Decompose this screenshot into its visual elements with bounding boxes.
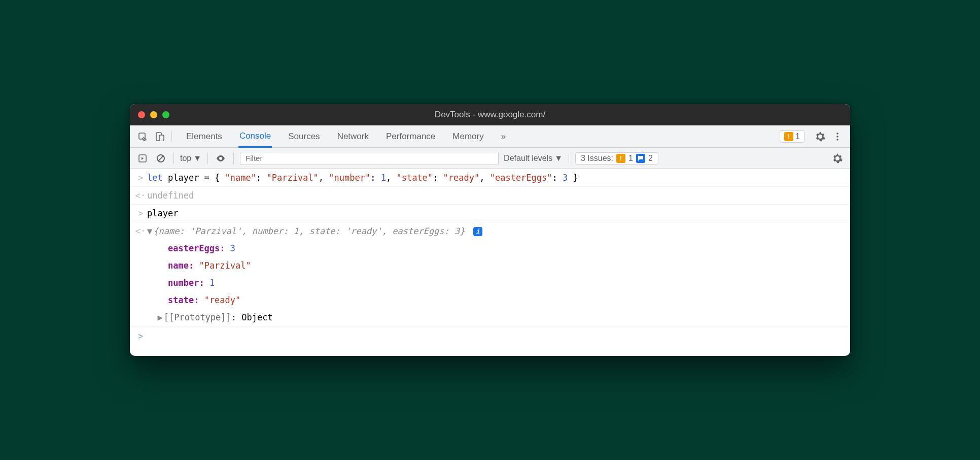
filter-input[interactable]	[240, 152, 499, 165]
message-icon	[636, 154, 645, 163]
issues-button[interactable]: 3 Issues: ! 1 2	[575, 152, 658, 165]
console-input-row[interactable]: > player	[130, 205, 850, 222]
chevron-down-icon: ▼	[554, 154, 563, 163]
svg-point-5	[836, 139, 838, 141]
console-settings-icon[interactable]	[831, 152, 844, 165]
output-icon: <·	[134, 188, 147, 203]
warnings-badge[interactable]: ! 1	[780, 130, 804, 143]
svg-point-3	[836, 133, 838, 135]
object-property-row[interactable]: state: "ready"	[130, 291, 850, 309]
tab-sources[interactable]: Sources	[287, 125, 321, 148]
separator	[569, 153, 569, 164]
more-tabs-icon[interactable]: »	[500, 125, 507, 148]
warning-icon: !	[616, 154, 625, 163]
svg-rect-2	[159, 135, 164, 141]
object-property-row[interactable]: number: 1	[130, 274, 850, 291]
tab-elements[interactable]: Elements	[185, 125, 223, 148]
console-toolbar: top ▼ Default levels ▼ 3 Issues: ! 1 2	[130, 148, 850, 169]
console-code: player	[147, 206, 846, 221]
levels-label: Default levels	[504, 154, 552, 163]
clear-console-icon[interactable]	[154, 152, 167, 165]
kebab-icon[interactable]	[831, 130, 844, 143]
console-value: undefined	[147, 188, 846, 203]
object-property-row[interactable]: name: "Parzival"	[130, 257, 850, 274]
console-output: > let player = { "name": "Parzival", "nu…	[130, 169, 850, 356]
object-property-row[interactable]: easterEggs: 3	[130, 240, 850, 257]
svg-point-4	[836, 136, 838, 138]
devtools-window: DevTools - www.google.com/ Elements Cons…	[130, 104, 850, 356]
object-summary[interactable]: ▼{name: 'Parzival', number: 1, state: 'r…	[147, 223, 846, 239]
titlebar: DevTools - www.google.com/	[130, 104, 850, 125]
separator	[173, 153, 174, 164]
separator	[207, 153, 208, 164]
window-title: DevTools - www.google.com/	[435, 110, 545, 120]
tab-console[interactable]: Console	[238, 125, 272, 148]
log-levels-selector[interactable]: Default levels ▼	[504, 154, 563, 163]
minimize-icon[interactable]	[150, 111, 157, 118]
input-prompt-icon: >	[134, 170, 147, 185]
console-code: let player = { "name": "Parzival", "numb…	[147, 170, 846, 185]
settings-icon[interactable]	[814, 130, 827, 143]
output-icon: <·	[134, 223, 147, 239]
issues-warn-count: 1	[628, 154, 633, 163]
live-expression-icon[interactable]	[214, 152, 227, 165]
close-icon[interactable]	[138, 111, 145, 118]
console-input-row[interactable]: > let player = { "name": "Parzival", "nu…	[130, 169, 850, 187]
tab-memory[interactable]: Memory	[451, 125, 484, 148]
context-selector[interactable]: top ▼	[180, 154, 201, 163]
warning-icon: !	[784, 132, 793, 141]
issues-msg-count: 2	[648, 154, 653, 163]
tab-performance[interactable]: Performance	[385, 125, 436, 148]
zoom-icon[interactable]	[162, 111, 169, 118]
chevron-down-icon: ▼	[193, 154, 201, 163]
triangle-down-icon[interactable]: ▼	[147, 223, 152, 239]
devtools-tabstrip: Elements Console Sources Network Perform…	[130, 125, 850, 148]
separator	[171, 131, 172, 142]
device-toggle-icon[interactable]	[153, 130, 166, 143]
traffic-lights	[138, 111, 169, 118]
warnings-count: 1	[795, 132, 800, 141]
console-sidebar-icon[interactable]	[136, 152, 149, 165]
console-prompt[interactable]: >	[130, 326, 850, 346]
info-icon[interactable]: i	[473, 227, 482, 236]
tab-network[interactable]: Network	[336, 125, 370, 148]
issues-label: 3 Issues:	[581, 154, 613, 163]
console-output-row: <· undefined	[130, 187, 850, 205]
triangle-right-icon[interactable]: ▶	[157, 310, 162, 325]
context-label: top	[180, 154, 191, 163]
object-prototype-row[interactable]: ▶[[Prototype]]: Object	[130, 309, 850, 326]
tabs: Elements Console Sources Network Perform…	[177, 125, 515, 148]
input-prompt-icon: >	[134, 328, 147, 344]
separator	[233, 153, 234, 164]
console-output-row: <· ▼{name: 'Parzival', number: 1, state:…	[130, 222, 850, 240]
inspect-icon[interactable]	[136, 130, 149, 143]
input-prompt-icon: >	[134, 206, 147, 221]
